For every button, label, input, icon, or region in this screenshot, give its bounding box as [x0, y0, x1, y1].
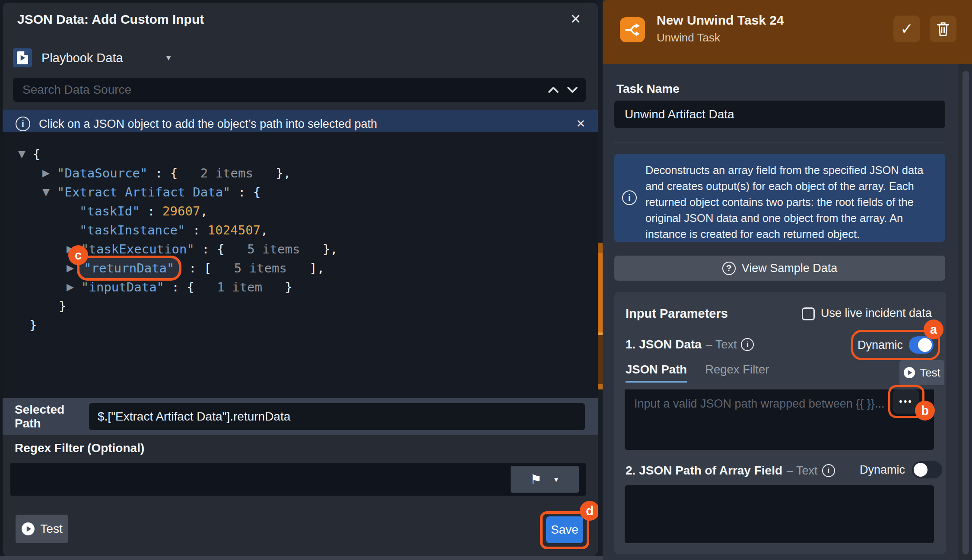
task-description-text: Deconstructs an array field from the spe… [645, 162, 936, 242]
json-token: : { [148, 164, 178, 183]
info-icon: i [741, 338, 754, 351]
unwind-task-icon [620, 17, 645, 42]
json-token: : [185, 221, 207, 240]
chevron-down-icon [567, 84, 578, 95]
task-header: New Unwind Task 24 Unwind Task ✓ [603, 0, 972, 64]
close-icon[interactable]: × [571, 9, 581, 28]
json-token: 5 items [225, 240, 300, 259]
regex-flags-dropdown[interactable]: ⚑ ▼ [511, 466, 579, 493]
chevron-down-icon: ▼ [165, 53, 173, 63]
json-token: 5 items [211, 259, 287, 278]
json-tree-row[interactable]: } [3, 297, 598, 316]
task-subtitle: Unwind Task [657, 31, 720, 44]
param2-type: – Text [787, 464, 818, 478]
add-custom-input-modal: JSON Data: Add Custom Input × Playbook D… [3, 3, 598, 556]
json-tree-row[interactable]: ▶"DataSource" : { 2 items }, [3, 164, 598, 183]
expand-triangle-icon[interactable]: ▶ [67, 278, 81, 297]
collapse-triangle-icon[interactable]: ▼ [18, 145, 33, 164]
json-key[interactable]: "taskInstance" [79, 221, 185, 240]
input-parameters-card: Input Parameters Use live incident data … [614, 292, 946, 554]
use-live-incident-data-checkbox[interactable] [802, 307, 815, 320]
json-token: 1024507 [208, 221, 260, 240]
data-source-selector[interactable]: Playbook Data ▼ [13, 44, 598, 72]
param2-textarea[interactable] [625, 485, 934, 543]
play-icon [903, 367, 915, 379]
toggle-knob [914, 463, 928, 477]
canvas-gap [598, 0, 603, 560]
question-icon: ? [722, 262, 736, 275]
task-description-box: i Deconstructs an array field from the s… [614, 154, 945, 242]
toggle-knob [918, 338, 932, 352]
delete-button[interactable] [930, 16, 956, 42]
param1-dynamic-label: Dynamic [858, 339, 903, 352]
json-token: ], [287, 259, 324, 278]
check-icon: ✓ [900, 20, 913, 38]
json-token: : [140, 202, 162, 221]
param1-type: – Text [706, 338, 737, 351]
param2-dynamic-label: Dynamic [860, 463, 905, 477]
use-live-incident-data-label: Use live incident data [821, 307, 932, 320]
regex-filter-input[interactable] [10, 463, 586, 496]
selected-path-input[interactable] [89, 403, 585, 430]
json-tree-row[interactable]: "taskInstance" : 1024507, [3, 221, 598, 240]
json-token: : [ [181, 259, 212, 278]
json-key[interactable]: "Extract Artifact Data" [57, 183, 231, 202]
json-tree-row[interactable]: ▼{ [3, 145, 598, 164]
expand-triangle-icon[interactable]: ▶ [42, 164, 57, 183]
param1-row: 1. JSON Data – Text i [626, 338, 754, 351]
flag-icon: ⚑ [530, 472, 542, 487]
background-node-sliver [598, 253, 603, 332]
json-token: }, [253, 164, 291, 183]
json-tree-row[interactable]: ▼"Extract Artifact Data" : { [3, 183, 598, 202]
json-token: 2 items [178, 164, 253, 183]
task-name-input[interactable] [614, 101, 945, 128]
background-node-sliver [598, 384, 603, 389]
search-wrap [13, 78, 588, 102]
json-tree-row[interactable]: ▶"returnData"c : [ 5 items ], [3, 259, 598, 278]
view-sample-data-button[interactable]: ? View Sample Data [614, 256, 945, 281]
annotation-badge-b: b [915, 401, 935, 421]
trash-icon [936, 21, 950, 37]
annotation-badge-c: c [68, 245, 88, 265]
annotation-badge-d: d [580, 501, 598, 521]
scrollbar-thumb[interactable] [962, 71, 969, 554]
json-token: { [33, 145, 40, 164]
search-input[interactable] [13, 78, 586, 102]
divider [614, 142, 943, 143]
param1-tabs: JSON Path Regex Filter [626, 363, 769, 383]
json-token: } [262, 278, 292, 297]
json-tree-row[interactable]: } [3, 316, 598, 335]
banner-close-icon[interactable]: × [576, 115, 585, 132]
hint-banner-text: Click on a JSON object to add the object… [39, 117, 377, 131]
input-parameters-heading: Input Parameters [626, 307, 728, 321]
json-key[interactable]: "DataSource" [57, 164, 148, 183]
json-token: , [260, 221, 268, 240]
task-body: Task Name i Deconstructs an array field … [603, 64, 972, 560]
collapse-triangle-icon[interactable]: ▼ [42, 183, 57, 202]
param1-json-path-textarea[interactable] [625, 389, 934, 450]
info-icon: i [822, 464, 835, 477]
json-tree-row[interactable]: "taskId" : 29607, [3, 202, 598, 221]
chevron-down-icon: ▼ [553, 476, 559, 483]
modal-header: JSON Data: Add Custom Input × [3, 3, 598, 36]
param2-dynamic-toggle[interactable] [912, 461, 942, 478]
scrollbar-track [958, 64, 972, 560]
param1-dynamic-toggle[interactable] [909, 336, 934, 354]
annotation-badge-a: a [924, 320, 943, 339]
json-key[interactable]: "returnData"c [77, 256, 181, 281]
json-key[interactable]: "taskId" [79, 202, 140, 221]
playbook-data-icon [13, 48, 32, 67]
tab-regex-filter[interactable]: Regex Filter [705, 363, 769, 381]
confirm-button[interactable]: ✓ [893, 16, 920, 42]
param1-test-button[interactable]: Test [899, 360, 944, 385]
json-token: } [29, 316, 37, 335]
param1-name: 1. JSON Data [626, 338, 702, 351]
json-tree-viewer: ▼{▶"DataSource" : { 2 items },▼"Extract … [3, 132, 598, 398]
search-sort-chevrons[interactable] [548, 84, 578, 95]
json-token: } [59, 297, 66, 316]
test-button[interactable]: Test [16, 515, 68, 543]
save-button[interactable]: Save [546, 516, 583, 543]
tab-json-path[interactable]: JSON Path [626, 363, 687, 383]
param2-dynamic-group: Dynamic [860, 461, 942, 478]
background-node-sliver [598, 243, 603, 253]
